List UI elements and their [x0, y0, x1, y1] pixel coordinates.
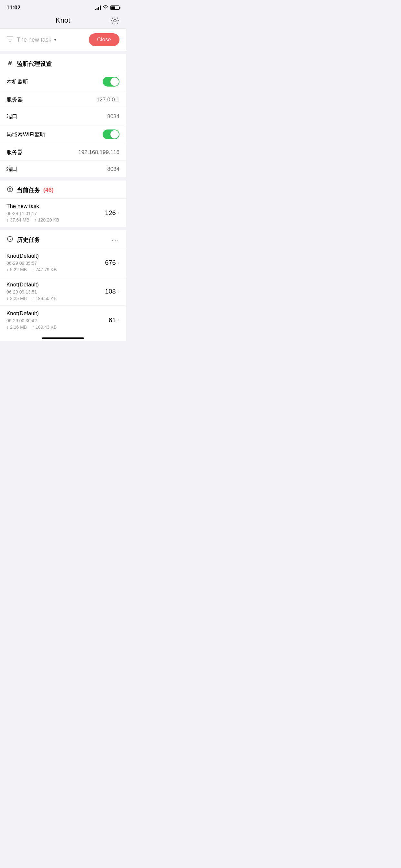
signal-icon	[95, 5, 101, 10]
chevron-right-icon-2: ›	[118, 317, 120, 323]
local-monitor-label: 本机监听	[6, 78, 28, 86]
settings-button[interactable]	[111, 16, 120, 27]
current-task-download: ↓ 37.64 MB	[6, 217, 29, 222]
download-arrow-icon-1: ↓	[6, 296, 9, 301]
history-more-button[interactable]: ···	[112, 236, 120, 244]
history-section-header: 历史任务 ···	[0, 230, 126, 248]
status-icons	[95, 5, 120, 11]
history-task-row-2[interactable]: Knot(Default) 06-29 00:36:42 ↓ 2.16 MB ↑…	[0, 306, 126, 334]
local-server-label: 服务器	[6, 96, 23, 103]
history-task-time-0: 06-29 09:35:57	[6, 260, 105, 266]
history-download-0: ↓ 5.22 MB	[6, 267, 27, 272]
home-indicator	[0, 334, 126, 341]
upload-arrow-icon: ↑	[35, 217, 37, 222]
chevron-right-icon-1: ›	[118, 288, 120, 294]
current-task-name: The new task	[6, 203, 105, 210]
svg-point-1	[7, 187, 12, 192]
history-download-2: ↓ 2.16 MB	[6, 324, 27, 330]
filter-left[interactable]: The new task ▼	[6, 35, 57, 44]
svg-point-2	[9, 188, 11, 190]
history-upload-2: ↑ 109.43 KB	[32, 324, 57, 330]
local-server-value: 127.0.0.1	[96, 97, 120, 103]
home-bar	[42, 337, 84, 339]
local-server-row: 服务器 127.0.0.1	[0, 91, 126, 108]
wifi-port-label: 端口	[6, 165, 18, 173]
history-upload-0: ↑ 747.79 KB	[32, 267, 57, 272]
history-task-time-2: 06-29 00:36:42	[6, 318, 109, 323]
download-arrow-icon-0: ↓	[6, 267, 9, 272]
close-button[interactable]: Close	[89, 33, 120, 46]
history-task-info-1: Knot(Default) 06-29 09:13:51 ↓ 2.25 MB ↑…	[6, 282, 105, 301]
current-task-header: 当前任务 (46)	[0, 181, 126, 198]
proxy-section-header: 监听代理设置	[0, 54, 126, 72]
proxy-section: 监听代理设置 本机监听 服务器 127.0.0.1 端口 8034 局域网WIF…	[0, 54, 126, 177]
history-task-name-0: Knot(Default)	[6, 253, 105, 259]
nav-title: Knot	[56, 16, 70, 25]
current-task-info: The new task 06-29 11:01:17 ↓ 37.64 MB ↑…	[6, 203, 105, 222]
local-port-row: 端口 8034	[0, 108, 126, 125]
history-icon	[6, 236, 13, 244]
current-task-badge: (46)	[43, 187, 54, 193]
history-task-count-0: 676 ›	[105, 259, 120, 267]
filter-task-name[interactable]: The new task ▼	[17, 36, 57, 43]
task-icon	[6, 186, 13, 194]
local-monitor-row: 本机监听	[0, 72, 126, 91]
wifi-monitor-row: 局域网WIFI监听	[0, 125, 126, 144]
history-section: 历史任务 ··· Knot(Default) 06-29 09:35:57 ↓ …	[0, 230, 126, 341]
wifi-monitor-label: 局域网WIFI监听	[6, 131, 45, 138]
filter-icon	[6, 35, 13, 44]
local-port-value: 8034	[107, 113, 120, 120]
history-task-row-1[interactable]: Knot(Default) 06-29 09:13:51 ↓ 2.25 MB ↑…	[0, 277, 126, 306]
local-port-label: 端口	[6, 113, 18, 120]
wifi-port-value: 8034	[107, 166, 120, 173]
history-task-name-2: Knot(Default)	[6, 310, 109, 317]
current-task-upload: ↑ 120.20 KB	[35, 217, 59, 222]
filter-chevron-icon: ▼	[53, 37, 57, 42]
chevron-right-icon: ›	[118, 210, 120, 216]
history-section-title: 历史任务	[17, 236, 40, 244]
history-task-info-2: Knot(Default) 06-29 00:36:42 ↓ 2.16 MB ↑…	[6, 310, 109, 330]
status-time: 11:02	[6, 4, 20, 11]
history-upload-1: ↑ 198.50 KB	[32, 296, 57, 301]
history-task-time-1: 06-29 09:13:51	[6, 289, 105, 294]
battery-icon	[111, 5, 120, 10]
wifi-port-row: 端口 8034	[0, 160, 126, 177]
status-bar: 11:02	[0, 0, 126, 13]
current-task-time: 06-29 11:01:17	[6, 211, 105, 216]
history-task-stats-1: ↓ 2.25 MB ↑ 198.50 KB	[6, 296, 105, 301]
wifi-server-row: 服务器 192.168.199.116	[0, 144, 126, 160]
upload-arrow-icon-0: ↑	[32, 267, 34, 272]
download-arrow-icon: ↓	[6, 217, 9, 222]
local-monitor-toggle[interactable]	[103, 77, 120, 87]
wifi-monitor-toggle[interactable]	[103, 129, 120, 139]
history-task-row-0[interactable]: Knot(Default) 06-29 09:35:57 ↓ 5.22 MB ↑…	[0, 248, 126, 277]
wifi-server-value: 192.168.199.116	[78, 149, 120, 156]
svg-point-0	[114, 20, 116, 22]
history-task-count-2: 61 ›	[109, 316, 120, 324]
current-task-stats: ↓ 37.64 MB ↑ 120.20 KB	[6, 217, 105, 222]
upload-arrow-icon-2: ↑	[32, 324, 34, 330]
nav-bar: Knot	[0, 13, 126, 28]
history-task-name-1: Knot(Default)	[6, 282, 105, 288]
history-task-count-1: 108 ›	[105, 288, 120, 295]
proxy-section-title: 监听代理设置	[17, 60, 52, 68]
current-task-count: 126 ›	[105, 209, 120, 217]
current-task-title: 当前任务	[17, 186, 40, 194]
wifi-server-label: 服务器	[6, 149, 23, 156]
link-icon	[6, 59, 13, 68]
history-task-info-0: Knot(Default) 06-29 09:35:57 ↓ 5.22 MB ↑…	[6, 253, 105, 272]
download-arrow-icon-2: ↓	[6, 324, 9, 330]
filter-bar: The new task ▼ Close	[0, 28, 126, 51]
history-download-1: ↓ 2.25 MB	[6, 296, 27, 301]
current-task-row[interactable]: The new task 06-29 11:01:17 ↓ 37.64 MB ↑…	[0, 198, 126, 227]
wifi-icon	[103, 5, 109, 11]
current-task-section: 当前任务 (46) The new task 06-29 11:01:17 ↓ …	[0, 181, 126, 227]
history-task-stats-2: ↓ 2.16 MB ↑ 109.43 KB	[6, 324, 109, 330]
upload-arrow-icon-1: ↑	[32, 296, 34, 301]
history-task-stats-0: ↓ 5.22 MB ↑ 747.79 KB	[6, 267, 105, 272]
chevron-right-icon-0: ›	[118, 259, 120, 266]
